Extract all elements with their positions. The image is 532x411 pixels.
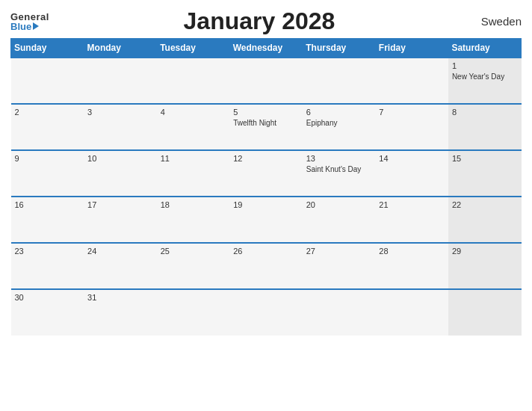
day-number: 8 [452, 108, 518, 117]
day-number: 31 [87, 293, 153, 302]
country-label: Sweden [469, 15, 522, 28]
week-row-2: 2345Twelfth Night6Epiphany78 [11, 104, 522, 150]
day-cell: 16 [11, 197, 84, 243]
day-number: 1 [452, 61, 518, 70]
day-number: 23 [15, 247, 81, 256]
day-cell [11, 58, 84, 104]
logo-blue-text: Blue [10, 22, 39, 31]
day-number: 26 [233, 247, 299, 256]
day-cell [375, 289, 448, 336]
day-cell: 29 [448, 243, 522, 289]
day-number: 11 [161, 154, 226, 163]
day-cell: 20 [303, 197, 376, 243]
week-row-4: 16171819202122 [11, 197, 522, 243]
logo-general-text: General [10, 12, 49, 22]
day-cell: 10 [84, 150, 157, 197]
weekday-header-tuesday: Tuesday [157, 39, 230, 58]
day-cell: 1New Year's Day [448, 58, 522, 104]
day-cell: 6Epiphany [303, 104, 376, 150]
day-cell [157, 289, 230, 336]
weekday-header-saturday: Saturday [448, 39, 522, 58]
day-cell [84, 58, 157, 104]
day-number: 28 [379, 247, 445, 256]
day-number: 5 [233, 108, 299, 117]
day-cell: 26 [229, 243, 303, 289]
day-number: 27 [306, 247, 372, 256]
weekday-header-thursday: Thursday [303, 39, 376, 58]
week-row-5: 23242526272829 [11, 243, 522, 289]
day-number: 12 [233, 154, 299, 163]
day-number: 30 [15, 293, 81, 302]
weekday-header-friday: Friday [375, 39, 448, 58]
calendar-header: General Blue January 2028 Sweden [10, 7, 522, 35]
weekday-header-row: SundayMondayTuesdayWednesdayThursdayFrid… [11, 39, 522, 58]
day-cell: 25 [157, 243, 230, 289]
calendar-page: General Blue January 2028 Sweden SundayM… [0, 0, 532, 411]
day-number: 2 [15, 108, 81, 117]
weekday-header-wednesday: Wednesday [229, 39, 303, 58]
calendar-table: SundayMondayTuesdayWednesdayThursdayFrid… [10, 38, 522, 336]
day-cell: 14 [375, 150, 448, 197]
day-cell: 27 [303, 243, 376, 289]
day-cell: 30 [11, 289, 84, 336]
calendar-title: January 2028 [49, 7, 469, 35]
day-cell: 7 [375, 104, 448, 150]
day-cell: 28 [375, 243, 448, 289]
holiday-name: Saint Knut's Day [306, 164, 372, 174]
day-cell: 18 [157, 197, 230, 243]
day-number: 17 [87, 200, 153, 209]
holiday-name: Twelfth Night [233, 118, 299, 128]
day-cell: 4 [157, 104, 230, 150]
day-cell: 11 [157, 150, 230, 197]
logo: General Blue [10, 12, 49, 31]
day-cell [448, 289, 522, 336]
day-cell: 15 [448, 150, 522, 197]
holiday-name: New Year's Day [452, 72, 518, 81]
day-cell: 9 [11, 150, 84, 197]
day-cell: 22 [448, 197, 522, 243]
day-cell: 23 [11, 243, 84, 289]
day-cell: 12 [229, 150, 303, 197]
day-number: 3 [87, 108, 153, 117]
day-cell [303, 58, 376, 104]
day-number: 15 [452, 154, 518, 163]
day-number: 18 [161, 200, 226, 209]
day-cell: 2 [11, 104, 84, 150]
day-cell [303, 289, 376, 336]
weekday-header-sunday: Sunday [11, 39, 84, 58]
day-cell: 17 [84, 197, 157, 243]
day-cell: 5Twelfth Night [229, 104, 303, 150]
day-number: 24 [87, 247, 153, 256]
week-row-1: 1New Year's Day [11, 58, 522, 104]
week-row-6: 3031 [11, 289, 522, 336]
day-number: 22 [452, 200, 518, 209]
holiday-name: Epiphany [306, 118, 372, 128]
day-number: 4 [161, 108, 226, 117]
day-number: 7 [379, 108, 445, 117]
day-number: 14 [379, 154, 445, 163]
weekday-header-monday: Monday [84, 39, 157, 58]
logo-triangle-icon [33, 22, 39, 30]
day-number: 10 [87, 154, 153, 163]
day-number: 25 [161, 247, 226, 256]
day-cell [229, 289, 303, 336]
day-number: 9 [15, 154, 81, 163]
day-cell [157, 58, 230, 104]
day-cell: 3 [84, 104, 157, 150]
day-cell: 24 [84, 243, 157, 289]
day-cell: 13Saint Knut's Day [303, 150, 376, 197]
day-number: 20 [306, 200, 372, 209]
day-number: 13 [306, 154, 372, 163]
day-cell: 8 [448, 104, 522, 150]
day-cell: 19 [229, 197, 303, 243]
day-cell [375, 58, 448, 104]
day-number: 21 [379, 200, 445, 209]
day-cell: 31 [84, 289, 157, 336]
day-number: 16 [15, 200, 81, 209]
day-cell: 21 [375, 197, 448, 243]
week-row-3: 910111213Saint Knut's Day1415 [11, 150, 522, 197]
day-number: 19 [233, 200, 299, 209]
day-cell [229, 58, 303, 104]
day-number: 6 [306, 108, 372, 117]
day-number: 29 [452, 247, 518, 256]
